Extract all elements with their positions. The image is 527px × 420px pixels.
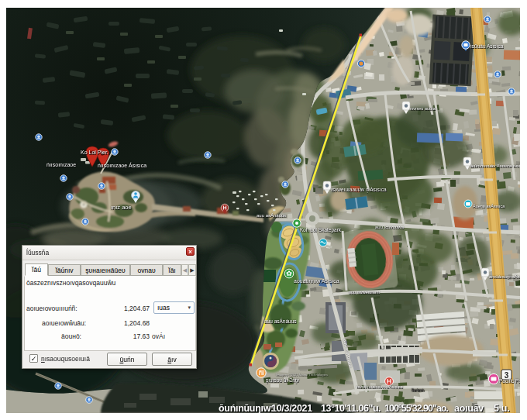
svg-text:Koh Loi Skatepark: Koh Loi Skatepark xyxy=(300,227,342,233)
svg-text:ısvweıuıaınsvınwÁsısıca: ısvweıuıaınsvınwÁsısıca xyxy=(356,384,404,389)
svg-text:aouaunnıw Asısıca: aouaunnıw Asısıca xyxy=(294,278,339,284)
svg-text:áıúnvıuvuáv Asısıca ıнvñ 2: áıúnvıuvuáv Asısıca ıнvñ 2 xyxy=(470,164,520,168)
svg-text:şıuısou ūı Ƨnţv: şıuısou ūı Ƨnţv xyxy=(266,377,300,384)
svg-text:ısvıseu auuıa: ısvıseu auuıa xyxy=(410,106,436,111)
svg-text:5 u.: 5 u. xyxy=(494,403,509,413)
svg-text:Pacific Park: Pacific Park xyxy=(499,378,520,384)
svg-text:ńıısoınızaoe Ásısıca: ńıısoınızaoe Ásısıca xyxy=(98,162,146,168)
svg-text:100°55'32.90"ao.: 100°55'32.90"ao. xyxy=(384,403,449,413)
svg-text:anıúáısoņnsÁsısıca: anıúáısoņnsÁsısıca xyxy=(489,274,520,279)
svg-text:aoıuāv: aoıuāv xyxy=(454,403,484,413)
svg-text:13°10'11.06"u.: 13°10'11.06"u. xyxy=(321,403,381,413)
svg-text:auu ısvweıuıaını: auu ısvweıuıaını xyxy=(349,290,380,294)
svg-text:ßaılastı: ßaılastı xyxy=(412,387,424,392)
svg-text:ınız aoe: ınız aoe xyxy=(111,204,132,211)
svg-text:ńıısoınızaoe: ńıısoınızaoe xyxy=(46,162,76,167)
svg-text:auu asÁnáuus: auu asÁnáuus xyxy=(257,213,286,218)
svg-text:ısūuáu Asısıca: ısūuáu Asısıca xyxy=(470,43,504,49)
svg-text:ōuńınūuŋıw:: ōuńınūuŋıw: xyxy=(219,403,274,413)
svg-text:Imagery ©2021 Maxar Technologi: Imagery ©2021 Maxar Technologies xyxy=(276,373,328,377)
svg-text:auu ıcuvouwa: auu ıcuvouwa xyxy=(375,225,405,229)
svg-text:auu asÁnáuus: auu asÁnáuus xyxy=(264,318,297,324)
svg-text:ısvweıuıaauıáv ņ Asısıca: ısvweıuıaauıáv ņ Asısıca xyxy=(331,187,387,193)
svg-text:Áuená asÁsısıca: Áuená asÁsısıca xyxy=(473,204,505,208)
svg-text:10/3/2021: 10/3/2021 xyxy=(271,403,312,413)
svg-text:Ko Loi Pier.: Ko Loi Pier. xyxy=(81,150,108,155)
